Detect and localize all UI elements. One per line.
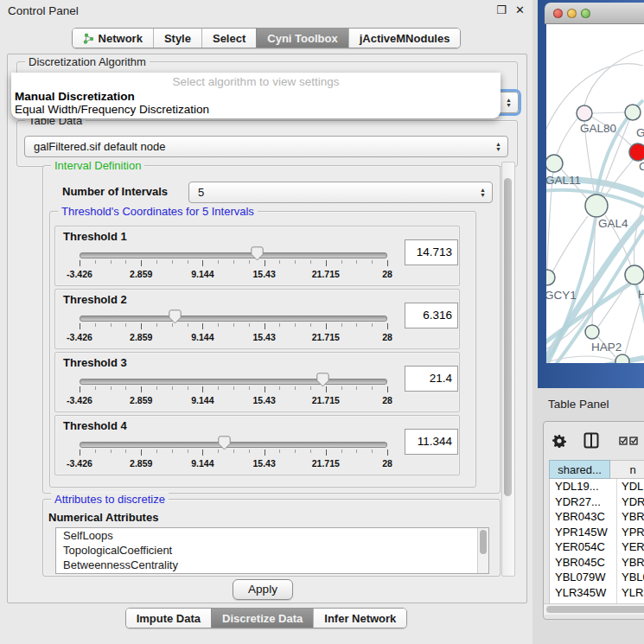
table-panel: shared... n YDL19...YDL1YDR27...YDR2YBR0… bbox=[543, 421, 644, 620]
table-data-combobox[interactable]: galFiltered.sif default node ▲▼ bbox=[24, 136, 508, 157]
group-title: Discretization Algorithm bbox=[25, 55, 150, 68]
table-row[interactable]: YDR27...YDR2 bbox=[550, 494, 644, 510]
tick-mark bbox=[265, 260, 265, 266]
node-label: GAL11 bbox=[546, 174, 581, 187]
network-node-gcy1[interactable] bbox=[546, 270, 555, 285]
apply-button[interactable]: Apply bbox=[233, 579, 293, 600]
popup-item-manual-discretization[interactable]: Manual Discretization bbox=[14, 90, 498, 103]
gear-icon[interactable] bbox=[552, 434, 566, 448]
slider-thumb[interactable] bbox=[169, 309, 182, 324]
tick-mark bbox=[279, 450, 280, 453]
cell-shared-name: YBR045C bbox=[550, 555, 617, 571]
slider-ticks bbox=[80, 323, 387, 331]
table-row[interactable]: YBR045CYBR0 bbox=[550, 555, 644, 571]
network-canvas[interactable]: GAL80GCGAL11GAL4GCY1HHAP2 bbox=[546, 24, 644, 363]
tick-mark bbox=[202, 260, 203, 266]
node-label: H bbox=[638, 288, 644, 301]
list-item[interactable]: SelfLoops bbox=[56, 528, 488, 543]
tick-label: 2.859 bbox=[130, 395, 152, 405]
network-node-gal11[interactable] bbox=[546, 155, 563, 172]
slider-thumb[interactable] bbox=[316, 373, 329, 387]
cell-shared-name: YDL19... bbox=[550, 479, 617, 494]
tick-mark bbox=[387, 450, 388, 456]
table-row[interactable]: YDL19...YDL1 bbox=[550, 479, 644, 494]
numerical-attributes-list[interactable]: SelfLoopsTopologicalCoefficientBetweenne… bbox=[55, 527, 489, 574]
table-hscrollbar[interactable] bbox=[544, 603, 644, 615]
scrollbar-thumb[interactable] bbox=[480, 530, 487, 554]
network-node[interactable] bbox=[615, 354, 629, 363]
tab-impute-data[interactable]: Impute Data bbox=[126, 609, 211, 628]
threshold-3-slider[interactable]: -3.4262.8599.14415.4321.71528 bbox=[80, 373, 387, 408]
tab-cyni-toolbox[interactable]: Cyni Toolbox bbox=[256, 29, 348, 48]
tick-mark bbox=[111, 260, 112, 264]
network-node-c[interactable] bbox=[629, 143, 644, 161]
tab-infer-network[interactable]: Infer Network bbox=[313, 609, 406, 628]
content-scrollbar[interactable] bbox=[501, 162, 515, 577]
close-traffic-light[interactable] bbox=[553, 9, 563, 18]
tick-mark bbox=[141, 386, 142, 392]
threshold-label: Threshold 2 bbox=[63, 293, 127, 306]
tick-label: 15.43 bbox=[252, 269, 275, 279]
slider-thumb[interactable] bbox=[251, 246, 264, 261]
network-node-gal80[interactable] bbox=[577, 105, 592, 121]
tick-mark bbox=[279, 323, 280, 327]
threshold-value-field[interactable]: 21.4 bbox=[405, 366, 458, 392]
tick-mark bbox=[265, 323, 265, 329]
tab-jactivemnodules[interactable]: jActiveMNodules bbox=[348, 29, 461, 48]
column-header-shared-name[interactable]: shared... bbox=[549, 460, 610, 479]
network-node-gal4[interactable] bbox=[585, 194, 608, 217]
tick-mark bbox=[341, 450, 342, 453]
threshold-value-field[interactable]: 6.316 bbox=[405, 303, 458, 328]
attributes-group: Attributes to discretize Numerical Attri… bbox=[42, 499, 501, 577]
minimize-traffic-light[interactable] bbox=[567, 9, 577, 18]
num-intervals-combobox[interactable]: 5 ▲▼ bbox=[188, 182, 493, 203]
table-row[interactable]: YBL079WYBL0 bbox=[550, 570, 644, 585]
tab-discretize-data[interactable]: Discretize Data bbox=[211, 609, 313, 628]
cell-name: YLR3 bbox=[617, 585, 644, 601]
float-window-icon[interactable]: ❒ bbox=[496, 3, 507, 16]
scrollbar-thumb[interactable] bbox=[546, 606, 644, 613]
group-title: Attributes to discretize bbox=[51, 493, 169, 506]
list-item[interactable]: BetweennessCentrality bbox=[56, 558, 488, 572]
tab-select[interactable]: Select bbox=[201, 29, 256, 48]
threshold-2-slider[interactable]: -3.4262.8599.14415.4321.71528 bbox=[80, 310, 387, 345]
table-row[interactable]: YER054CYER0 bbox=[550, 539, 644, 555]
popup-item-equal-width-frequency[interactable]: Equal Width/Frequency Discretization bbox=[14, 103, 498, 116]
node-label: GAL80 bbox=[580, 122, 616, 135]
tick-mark bbox=[295, 386, 296, 390]
table-row[interactable]: YPR145WYPR1 bbox=[550, 525, 644, 540]
tick-mark bbox=[188, 260, 188, 264]
tick-mark bbox=[356, 323, 357, 327]
network-window-titlebar[interactable] bbox=[545, 3, 644, 24]
threshold-value-field[interactable]: 11.344 bbox=[405, 429, 458, 455]
threshold-4-slider[interactable]: -3.4262.8599.14415.4321.71528 bbox=[80, 437, 387, 471]
tab-network[interactable]: Network bbox=[73, 29, 153, 48]
list-item[interactable]: TopologicalCoefficient bbox=[56, 543, 488, 558]
network-node-h[interactable] bbox=[625, 265, 644, 284]
scrollbar-thumb[interactable] bbox=[504, 178, 512, 496]
slider-thumb[interactable] bbox=[218, 436, 231, 450]
threshold-value-field[interactable]: 14.713 bbox=[405, 239, 458, 265]
tick-mark bbox=[387, 260, 388, 266]
columns-icon[interactable] bbox=[583, 432, 599, 449]
list-scrollbar[interactable] bbox=[477, 528, 488, 573]
threshold-1-slider[interactable]: -3.4262.8599.14415.4321.71528 bbox=[80, 247, 387, 282]
column-header-name[interactable]: n bbox=[610, 460, 644, 479]
close-window-icon[interactable]: ✕ bbox=[515, 3, 525, 16]
zoom-traffic-light[interactable] bbox=[581, 9, 590, 18]
checkbox-checked-icon[interactable] bbox=[619, 437, 640, 445]
node-label: GCY1 bbox=[546, 289, 577, 302]
tab-style[interactable]: Style bbox=[153, 29, 201, 48]
tick-label: 21.715 bbox=[312, 332, 340, 342]
table-row[interactable]: YLR345WYLR3 bbox=[550, 585, 644, 601]
network-node-g[interactable] bbox=[625, 105, 641, 120]
algorithm-dropdown-popup: Select algorithm to view settings Manual… bbox=[11, 73, 501, 118]
network-node-hap2[interactable] bbox=[585, 325, 599, 339]
combo-arrows-icon: ▲▼ bbox=[495, 137, 501, 156]
tick-mark bbox=[95, 450, 96, 453]
table-row[interactable]: YBR043CYBR0 bbox=[550, 509, 644, 525]
tick-mark bbox=[372, 450, 373, 453]
tick-mark bbox=[233, 260, 234, 264]
tick-mark bbox=[141, 450, 142, 456]
tick-label: 21.715 bbox=[312, 269, 340, 279]
